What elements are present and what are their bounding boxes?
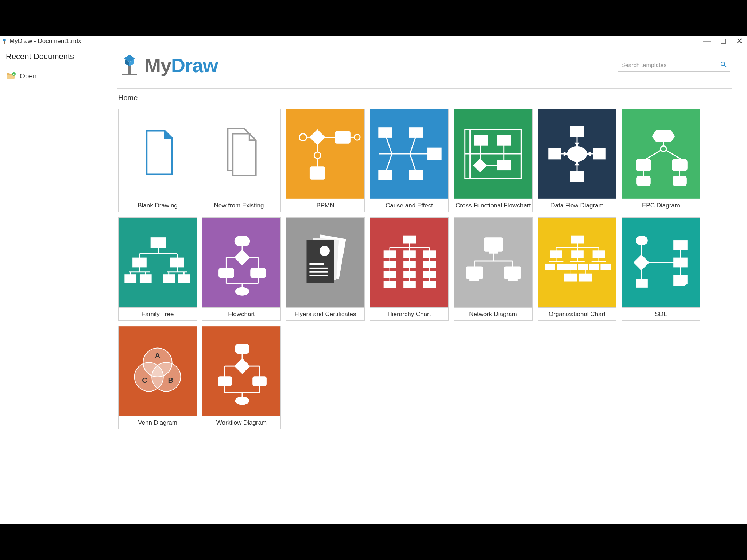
tile-blank-drawing[interactable]: Blank Drawing [118, 109, 197, 212]
thumb-bpmn [286, 109, 365, 199]
search-input[interactable] [621, 62, 720, 69]
svg-rect-165 [593, 251, 605, 257]
sidebar-divider [6, 65, 111, 65]
svg-rect-6 [128, 66, 131, 74]
svg-line-9 [724, 65, 726, 67]
svg-rect-118 [403, 236, 416, 243]
svg-rect-50 [549, 149, 561, 159]
svg-rect-137 [404, 271, 415, 278]
svg-rect-48 [570, 127, 584, 137]
tile-sdl[interactable]: SDL [622, 217, 700, 321]
svg-rect-84 [125, 275, 136, 283]
svg-rect-51 [594, 149, 605, 159]
tile-label: Workflow Diagram [202, 416, 281, 429]
tile-org-chart[interactable]: Organizational Chart [538, 217, 616, 321]
maximize-button[interactable]: □ [721, 36, 726, 46]
svg-rect-70 [637, 176, 650, 186]
thumb-cross-functional [454, 109, 533, 199]
svg-rect-7 [122, 74, 137, 75]
tile-label: Blank Drawing [118, 199, 197, 212]
svg-rect-138 [424, 271, 436, 278]
minimize-button[interactable]: — [703, 36, 711, 46]
search-box[interactable] [618, 59, 730, 72]
svg-rect-145 [454, 218, 532, 307]
close-button[interactable]: ✕ [736, 36, 743, 46]
tile-cross-functional[interactable]: Cross Functional Flowchart [454, 109, 533, 212]
svg-rect-73 [151, 238, 166, 248]
tile-label: Cross Functional Flowchart [454, 199, 533, 212]
svg-rect-67 [673, 160, 687, 171]
search-icon[interactable] [720, 61, 727, 70]
svg-rect-144 [424, 281, 436, 288]
svg-rect-172 [545, 264, 555, 270]
tile-flowchart[interactable]: Flowchart [202, 217, 281, 321]
sidebar: Recent Documents Open [0, 47, 117, 524]
svg-text:B: B [168, 376, 173, 384]
svg-rect-143 [404, 281, 415, 288]
svg-rect-49 [570, 171, 584, 182]
svg-rect-26 [428, 148, 441, 160]
svg-rect-30 [409, 128, 422, 137]
svg-rect-113 [309, 263, 324, 265]
sidebar-title: Recent Documents [6, 52, 111, 61]
tile-label: Organizational Chart [538, 308, 616, 321]
svg-rect-136 [384, 271, 396, 278]
folder-open-icon [6, 72, 16, 81]
svg-rect-1 [4, 41, 5, 44]
svg-rect-86 [163, 275, 174, 283]
svg-rect-114 [309, 268, 328, 269]
thumb-family-tree [118, 217, 197, 308]
svg-rect-79 [171, 258, 184, 267]
svg-rect-115 [309, 271, 328, 273]
svg-rect-10 [119, 109, 197, 199]
tile-cause-effect[interactable]: Cause and Effect [370, 109, 449, 212]
svg-rect-201 [236, 345, 249, 353]
tile-workflow[interactable]: Workflow Diagram [202, 326, 281, 429]
svg-rect-146 [484, 238, 503, 251]
open-label: Open [20, 72, 36, 80]
svg-text:C: C [142, 376, 147, 384]
tile-flyers[interactable]: Flyers and Certificates [286, 217, 365, 321]
svg-rect-209 [253, 377, 266, 386]
tile-hierarchy[interactable]: Hierarchy Chart [370, 217, 449, 321]
tile-label: EPC Diagram [622, 199, 700, 212]
tile-family-tree[interactable]: Family Tree [118, 217, 197, 321]
svg-point-215 [236, 397, 249, 404]
svg-marker-0 [2, 39, 7, 42]
svg-rect-192 [636, 279, 647, 287]
titlebar: MyDraw - Document1.ndx — □ ✕ [0, 36, 747, 47]
thumb-cause-effect [370, 109, 449, 199]
svg-rect-163 [550, 251, 562, 257]
svg-point-107 [236, 288, 249, 295]
svg-rect-111 [306, 240, 334, 283]
thumb-flyers [286, 217, 365, 308]
open-button[interactable]: Open [6, 72, 111, 81]
svg-rect-125 [404, 251, 415, 257]
svg-rect-156 [538, 218, 616, 307]
svg-rect-142 [384, 281, 396, 288]
svg-text:A: A [155, 351, 160, 359]
svg-rect-116 [309, 275, 328, 276]
tile-label: Flowchart [202, 308, 281, 321]
tile-network[interactable]: Network Diagram [454, 217, 533, 321]
tile-epc[interactable]: EPC Diagram [622, 109, 700, 212]
svg-rect-17 [336, 132, 350, 143]
thumb-epc [622, 109, 700, 199]
logo: MyDraw [118, 53, 218, 77]
breadcrumb[interactable]: Home [117, 89, 732, 109]
svg-rect-175 [578, 264, 588, 270]
svg-rect-208 [218, 377, 232, 386]
tile-label: Flyers and Certificates [286, 308, 365, 321]
tile-new-from-existing[interactable]: New from Existing... [202, 109, 281, 212]
tile-venn[interactable]: A C B Venn Diagram [118, 326, 197, 429]
template-grid: Blank Drawing New from Exis [117, 109, 732, 429]
tile-label: Venn Diagram [118, 416, 197, 429]
svg-point-112 [320, 246, 330, 256]
svg-rect-130 [384, 261, 396, 268]
tile-label: New from Existing... [202, 199, 281, 212]
svg-rect-177 [601, 264, 610, 270]
tile-bpmn[interactable]: BPMN [286, 109, 365, 212]
svg-rect-23 [310, 167, 325, 179]
svg-marker-61 [653, 131, 674, 142]
tile-data-flow[interactable]: Data Flow Diagram [538, 109, 616, 212]
